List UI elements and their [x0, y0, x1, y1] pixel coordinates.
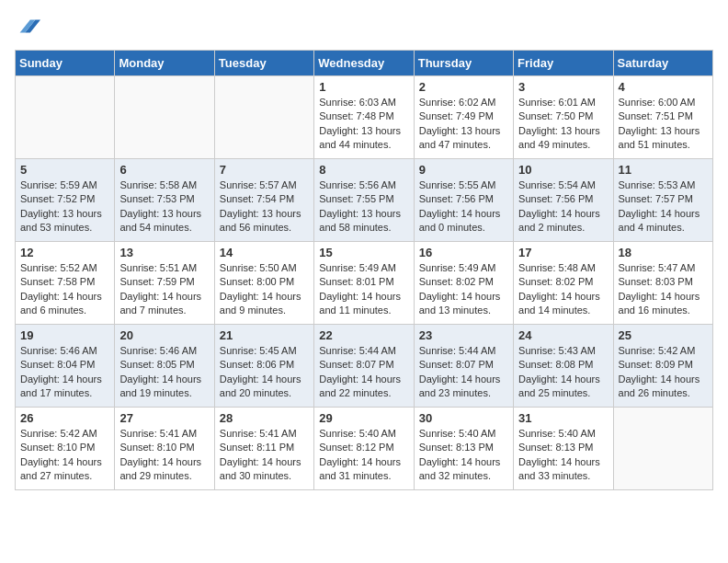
day-info: Sunrise: 5:53 AMSunset: 7:57 PMDaylight:…	[619, 178, 708, 236]
day-number: 21	[220, 328, 309, 342]
page-header	[15, 15, 713, 40]
calendar-day-cell: 22Sunrise: 5:44 AMSunset: 8:07 PMDayligh…	[314, 325, 414, 408]
calendar-day-cell: 30Sunrise: 5:40 AMSunset: 8:13 PMDayligh…	[414, 408, 513, 490]
calendar-day-cell: 15Sunrise: 5:49 AMSunset: 8:01 PMDayligh…	[314, 242, 414, 325]
calendar-day-cell	[613, 408, 712, 490]
day-number: 3	[518, 80, 608, 94]
day-number: 16	[419, 246, 508, 259]
calendar-day-cell	[16, 76, 115, 159]
calendar-day-cell: 18Sunrise: 5:47 AMSunset: 8:03 PMDayligh…	[613, 242, 712, 325]
calendar-day-cell: 9Sunrise: 5:55 AMSunset: 7:56 PMDaylight…	[414, 159, 513, 242]
day-number: 18	[619, 246, 708, 259]
day-info: Sunrise: 5:44 AMSunset: 8:07 PMDaylight:…	[419, 344, 508, 401]
day-info: Sunrise: 5:49 AMSunset: 8:02 PMDaylight:…	[419, 261, 508, 318]
day-number: 25	[619, 328, 708, 342]
day-number: 14	[220, 246, 309, 259]
day-info: Sunrise: 6:03 AMSunset: 7:48 PMDaylight:…	[319, 96, 408, 153]
day-info: Sunrise: 5:56 AMSunset: 7:55 PMDaylight:…	[319, 178, 408, 236]
calendar-day-cell	[115, 76, 214, 159]
weekday-header-cell: Monday	[115, 51, 214, 76]
calendar-day-cell: 5Sunrise: 5:59 AMSunset: 7:52 PMDaylight…	[16, 159, 115, 242]
weekday-header-cell: Tuesday	[214, 51, 313, 76]
day-number: 6	[119, 163, 209, 177]
calendar-day-cell: 28Sunrise: 5:41 AMSunset: 8:11 PMDayligh…	[214, 408, 313, 490]
day-info: Sunrise: 5:41 AMSunset: 8:11 PMDaylight:…	[220, 427, 309, 484]
calendar-week-row: 1Sunrise: 6:03 AMSunset: 7:48 PMDaylight…	[16, 76, 713, 159]
calendar-day-cell: 20Sunrise: 5:46 AMSunset: 8:05 PMDayligh…	[115, 325, 214, 408]
day-number: 22	[319, 328, 408, 342]
day-number: 19	[20, 328, 109, 342]
calendar-body: 1Sunrise: 6:03 AMSunset: 7:48 PMDaylight…	[16, 76, 713, 490]
calendar-day-cell: 23Sunrise: 5:44 AMSunset: 8:07 PMDayligh…	[414, 325, 513, 408]
calendar-week-row: 5Sunrise: 5:59 AMSunset: 7:52 PMDaylight…	[16, 159, 713, 242]
day-number: 28	[220, 411, 309, 425]
logo	[15, 15, 42, 40]
calendar-table: SundayMondayTuesdayWednesdayThursdayFrid…	[15, 50, 713, 490]
day-number: 15	[319, 246, 408, 259]
day-info: Sunrise: 5:42 AMSunset: 8:10 PMDaylight:…	[20, 427, 109, 484]
day-info: Sunrise: 5:52 AMSunset: 7:58 PMDaylight:…	[20, 261, 109, 318]
day-info: Sunrise: 5:46 AMSunset: 8:04 PMDaylight:…	[20, 344, 109, 401]
day-info: Sunrise: 5:40 AMSunset: 8:13 PMDaylight:…	[518, 427, 608, 484]
day-info: Sunrise: 6:02 AMSunset: 7:49 PMDaylight:…	[419, 96, 508, 153]
weekday-header-cell: Friday	[514, 51, 613, 76]
day-info: Sunrise: 6:00 AMSunset: 7:51 PMDaylight:…	[619, 96, 708, 153]
day-number: 30	[419, 411, 508, 425]
calendar-day-cell: 16Sunrise: 5:49 AMSunset: 8:02 PMDayligh…	[414, 242, 513, 325]
day-info: Sunrise: 5:54 AMSunset: 7:56 PMDaylight:…	[518, 178, 608, 236]
day-number: 1	[319, 80, 408, 94]
day-number: 5	[20, 163, 109, 177]
day-info: Sunrise: 5:59 AMSunset: 7:52 PMDaylight:…	[20, 178, 109, 236]
weekday-header-cell: Thursday	[414, 51, 513, 76]
day-number: 9	[419, 163, 508, 177]
day-info: Sunrise: 5:50 AMSunset: 8:00 PMDaylight:…	[220, 261, 309, 318]
calendar-week-row: 19Sunrise: 5:46 AMSunset: 8:04 PMDayligh…	[16, 325, 713, 408]
day-number: 29	[319, 411, 408, 425]
calendar-day-cell: 19Sunrise: 5:46 AMSunset: 8:04 PMDayligh…	[16, 325, 115, 408]
calendar-day-cell: 10Sunrise: 5:54 AMSunset: 7:56 PMDayligh…	[514, 159, 613, 242]
day-info: Sunrise: 5:43 AMSunset: 8:08 PMDaylight:…	[518, 344, 608, 401]
calendar-day-cell: 12Sunrise: 5:52 AMSunset: 7:58 PMDayligh…	[16, 242, 115, 325]
day-number: 13	[119, 246, 209, 259]
day-info: Sunrise: 5:41 AMSunset: 8:10 PMDaylight:…	[119, 427, 209, 484]
weekday-header-cell: Wednesday	[314, 51, 414, 76]
day-info: Sunrise: 5:55 AMSunset: 7:56 PMDaylight:…	[419, 178, 508, 236]
day-info: Sunrise: 5:40 AMSunset: 8:13 PMDaylight:…	[419, 427, 508, 484]
calendar-day-cell: 4Sunrise: 6:00 AMSunset: 7:51 PMDaylight…	[613, 76, 712, 159]
day-number: 11	[619, 163, 708, 177]
calendar-week-row: 26Sunrise: 5:42 AMSunset: 8:10 PMDayligh…	[16, 408, 713, 490]
day-info: Sunrise: 6:01 AMSunset: 7:50 PMDaylight:…	[518, 96, 608, 153]
day-info: Sunrise: 5:48 AMSunset: 8:02 PMDaylight:…	[518, 261, 608, 318]
day-info: Sunrise: 5:57 AMSunset: 7:54 PMDaylight:…	[220, 178, 309, 236]
day-number: 24	[518, 328, 608, 342]
day-info: Sunrise: 5:58 AMSunset: 7:53 PMDaylight:…	[119, 178, 209, 236]
calendar-day-cell: 11Sunrise: 5:53 AMSunset: 7:57 PMDayligh…	[613, 159, 712, 242]
day-number: 31	[518, 411, 608, 425]
calendar-day-cell: 13Sunrise: 5:51 AMSunset: 7:59 PMDayligh…	[115, 242, 214, 325]
calendar-day-cell: 25Sunrise: 5:42 AMSunset: 8:09 PMDayligh…	[613, 325, 712, 408]
calendar-day-cell: 27Sunrise: 5:41 AMSunset: 8:10 PMDayligh…	[115, 408, 214, 490]
day-number: 7	[220, 163, 309, 177]
day-info: Sunrise: 5:42 AMSunset: 8:09 PMDaylight:…	[619, 344, 708, 401]
day-number: 17	[518, 246, 608, 259]
day-number: 4	[619, 80, 708, 94]
day-info: Sunrise: 5:51 AMSunset: 7:59 PMDaylight:…	[119, 261, 209, 318]
day-info: Sunrise: 5:45 AMSunset: 8:06 PMDaylight:…	[220, 344, 309, 401]
calendar-day-cell: 8Sunrise: 5:56 AMSunset: 7:55 PMDaylight…	[314, 159, 414, 242]
calendar-day-cell	[214, 76, 313, 159]
day-info: Sunrise: 5:49 AMSunset: 8:01 PMDaylight:…	[319, 261, 408, 318]
day-number: 10	[518, 163, 608, 177]
logo-icon	[15, 15, 40, 40]
calendar-day-cell: 24Sunrise: 5:43 AMSunset: 8:08 PMDayligh…	[514, 325, 613, 408]
calendar-day-cell: 26Sunrise: 5:42 AMSunset: 8:10 PMDayligh…	[16, 408, 115, 490]
day-info: Sunrise: 5:47 AMSunset: 8:03 PMDaylight:…	[619, 261, 708, 318]
weekday-header-cell: Sunday	[16, 51, 115, 76]
calendar-day-cell: 17Sunrise: 5:48 AMSunset: 8:02 PMDayligh…	[514, 242, 613, 325]
day-info: Sunrise: 5:44 AMSunset: 8:07 PMDaylight:…	[319, 344, 408, 401]
day-number: 20	[119, 328, 209, 342]
day-number: 23	[419, 328, 508, 342]
calendar-day-cell: 21Sunrise: 5:45 AMSunset: 8:06 PMDayligh…	[214, 325, 313, 408]
day-info: Sunrise: 5:40 AMSunset: 8:12 PMDaylight:…	[319, 427, 408, 484]
calendar-day-cell: 3Sunrise: 6:01 AMSunset: 7:50 PMDaylight…	[514, 76, 613, 159]
day-number: 27	[119, 411, 209, 425]
